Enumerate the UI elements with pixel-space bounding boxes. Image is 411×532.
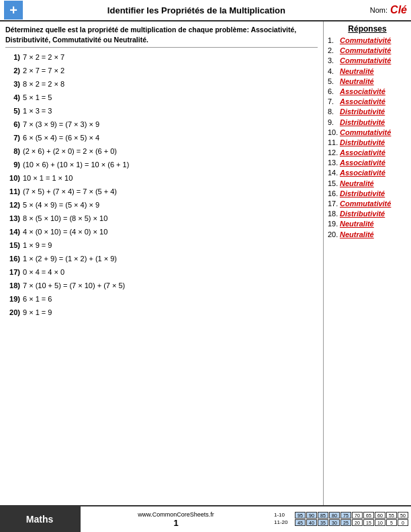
answer-item: 2.Commutativité (328, 46, 407, 54)
answer-number: 10. (328, 128, 340, 136)
answer-item: 17.Commutativité (328, 200, 407, 208)
problem-number: 11) (5, 186, 20, 197)
problem-item: 16)1 × (2 + 9) = (1 × 2) + (1 × 9) (5, 253, 318, 265)
problem-text: 10 × 1 = 1 × 10 (23, 173, 73, 184)
problem-text: (7 × 5) + (7 × 4) = 7 × (5 + 4) (23, 186, 117, 197)
problem-item: 3)8 × 2 = 2 × 8 (5, 79, 318, 90)
score-cell: 80 (329, 512, 340, 519)
score-cell: 90 (306, 512, 317, 519)
problem-text: 0 × 4 = 4 × 0 (23, 267, 64, 278)
answer-number: 11. (328, 138, 340, 146)
answer-item: 4.Neutralité (328, 67, 407, 75)
footer-center: www.CommonCoreSheets.fr 1 (81, 506, 271, 532)
problem-item: 17)0 × 4 = 4 × 0 (5, 267, 318, 278)
answers-list: 1.Commutativité2.Commutativité3.Commutat… (328, 36, 407, 238)
problem-number: 10) (5, 173, 20, 184)
answer-number: 1. (328, 36, 340, 44)
answer-text: Associativité (340, 97, 385, 105)
answer-text: Distributivité (340, 118, 385, 126)
problem-number: 2) (5, 65, 20, 77)
problem-text: 7 × 2 = 2 × 7 (23, 52, 64, 63)
answer-text: Associativité (340, 169, 385, 177)
answer-number: 15. (328, 179, 340, 187)
answer-text: Distributivité (340, 107, 385, 116)
problems-section: Déterminez quelle est la propriété de mu… (0, 21, 324, 505)
footer-maths-label: Maths (0, 506, 81, 532)
score-cell: 30 (329, 519, 340, 526)
answer-item: 13.Associativité (328, 159, 407, 167)
problem-text: 7 × (3 × 9) = (7 × 3) × 9 (23, 119, 99, 130)
answer-text: Commutativité (340, 128, 391, 136)
problem-number: 5) (5, 105, 20, 117)
problem-item: 10)10 × 1 = 1 × 10 (5, 173, 318, 184)
footer-website: www.CommonCoreSheets.fr (138, 511, 214, 518)
answer-text: Commutativité (340, 36, 391, 44)
answer-item: 7.Associativité (328, 97, 407, 105)
instructions-text: Déterminez quelle est la propriété de mu… (5, 25, 318, 48)
answer-text: Associativité (340, 87, 385, 95)
score-cell: 35 (318, 519, 328, 526)
problem-item: 2)2 × 7 = 7 × 2 (5, 65, 318, 77)
score-cell: 55 (386, 512, 397, 519)
problem-number: 19) (5, 294, 20, 305)
problem-number: 18) (5, 280, 20, 292)
problem-item: 12)5 × (4 × 9) = (5 × 4) × 9 (5, 200, 318, 211)
answer-item: 6.Associativité (328, 87, 407, 95)
answer-number: 18. (328, 210, 340, 218)
answer-text: Neutralité (340, 77, 374, 85)
problem-number: 17) (5, 267, 20, 278)
problem-number: 3) (5, 79, 20, 90)
answer-text: Neutralité (340, 67, 374, 75)
problem-item: 20)9 × 1 = 9 (5, 307, 318, 318)
score-cell: 20 (352, 519, 363, 526)
problem-number: 12) (5, 200, 20, 211)
answer-text: Neutralité (340, 179, 374, 187)
answer-text: Associativité (340, 159, 385, 167)
problem-text: 9 × 1 = 9 (23, 307, 52, 318)
answer-item: 5.Neutralité (328, 77, 407, 85)
answer-text: Distributivité (340, 210, 385, 218)
problem-text: 6 × 1 = 6 (23, 294, 52, 305)
problem-text: 2 × 7 = 7 × 2 (23, 65, 64, 77)
problem-number: 9) (5, 159, 20, 171)
problem-text: 8 × (5 × 10) = (8 × 5) × 10 (23, 213, 107, 224)
score-label-2: 11-20 (274, 519, 294, 526)
answers-header: Réponses (328, 24, 407, 34)
score-cell: 75 (340, 512, 351, 519)
score-cell: 10 (375, 519, 385, 526)
answer-number: 8. (328, 107, 340, 116)
score-cell: 50 (398, 512, 408, 519)
answer-text: Distributivité (340, 138, 385, 146)
score-cell: 60 (375, 512, 385, 519)
answer-number: 20. (328, 230, 340, 238)
answer-item: 1.Commutativité (328, 36, 407, 44)
problem-item: 8)(2 × 6) + (2 × 0) = 2 × (6 + 0) (5, 146, 318, 157)
answer-number: 4. (328, 67, 340, 75)
answer-item: 18.Distributivité (328, 210, 407, 218)
answer-number: 12. (328, 148, 340, 157)
answer-number: 14. (328, 169, 340, 177)
score-cell: 65 (363, 512, 374, 519)
answer-text: Neutralité (340, 230, 374, 238)
problem-number: 15) (5, 240, 20, 251)
problem-item: 11)(7 × 5) + (7 × 4) = 7 × (5 + 4) (5, 186, 318, 197)
score-label-1: 1-10 (274, 512, 294, 519)
score-cell: 5 (386, 519, 397, 526)
problem-item: 7)6 × (5 × 4) = (6 × 5) × 4 (5, 132, 318, 144)
answer-text: Commutativité (340, 46, 391, 54)
score-row-1: 1-1095908580757065605550 (274, 512, 408, 519)
score-cell: 70 (352, 512, 363, 519)
problem-text: 8 × 2 = 2 × 8 (23, 79, 64, 90)
problem-item: 15)1 × 9 = 9 (5, 240, 318, 251)
answer-item: 20.Neutralité (328, 230, 407, 238)
answer-text: Neutralité (340, 220, 374, 228)
answer-item: 8.Distributivité (328, 107, 407, 116)
problem-text: 1 × 9 = 9 (23, 240, 52, 251)
answer-item: 3.Commutativité (328, 56, 407, 64)
answer-number: 5. (328, 77, 340, 85)
problem-text: 1 × (2 + 9) = (1 × 2) + (1 × 9) (23, 253, 117, 265)
answer-item: 19.Neutralité (328, 220, 407, 228)
answer-number: 3. (328, 56, 340, 64)
answer-item: 12.Associativité (328, 148, 407, 157)
header: Identifier les Propriétés de la Multipli… (0, 0, 411, 21)
